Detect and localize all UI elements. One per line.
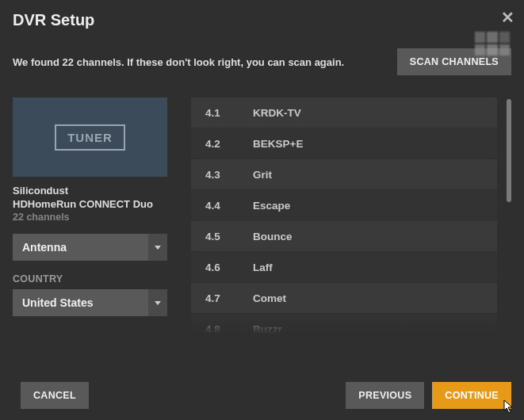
channel-name: Bounce xyxy=(253,231,293,242)
channel-name: BEKSP+E xyxy=(253,138,303,150)
channel-number: 4.3 xyxy=(205,169,253,181)
scrollbar[interactable] xyxy=(505,97,511,334)
country-select-value: United States xyxy=(22,296,93,309)
channel-number: 4.8 xyxy=(205,323,253,334)
close-icon[interactable]: ✕ xyxy=(501,8,514,27)
tuner-box-label: TUNER xyxy=(55,124,125,151)
source-select[interactable]: Antenna xyxy=(13,234,167,261)
brand-logo xyxy=(475,32,510,55)
channel-row[interactable]: 4.2BEKSP+E xyxy=(191,128,497,158)
continue-button[interactable]: CONTINUE xyxy=(432,382,511,409)
source-select-value: Antenna xyxy=(22,241,67,254)
channel-row[interactable]: 4.1KRDK-TV xyxy=(191,97,497,128)
tuner-vendor: Silicondust xyxy=(13,185,167,197)
scrollbar-thumb[interactable] xyxy=(507,99,511,202)
tuner-model: HDHomeRun CONNECT Duo xyxy=(13,198,167,210)
channel-row[interactable]: 4.7Comet xyxy=(191,283,497,313)
page-title: DVR Setup xyxy=(13,11,511,29)
cancel-button[interactable]: CANCEL xyxy=(21,382,89,409)
previous-button[interactable]: PREVIOUS xyxy=(346,382,424,409)
channel-number: 4.4 xyxy=(205,200,253,212)
channel-name: KRDK-TV xyxy=(253,107,301,119)
chevron-down-icon xyxy=(148,234,167,261)
channel-row[interactable]: 4.5Bounce xyxy=(191,221,497,251)
channel-name: Laff xyxy=(253,262,273,273)
channel-number: 4.7 xyxy=(205,292,253,304)
chevron-down-icon xyxy=(148,289,167,316)
channel-list[interactable]: 4.1KRDK-TV4.2BEKSP+E4.3Grit4.4Escape4.5B… xyxy=(191,97,505,334)
channel-number: 4.6 xyxy=(205,262,253,273)
channel-number: 4.1 xyxy=(205,107,253,119)
channel-row[interactable]: 4.8Buzzr xyxy=(191,314,497,334)
country-label: COUNTRY xyxy=(13,273,167,284)
tuner-channel-count: 22 channels xyxy=(13,212,167,223)
channel-name: Grit xyxy=(253,169,272,181)
channel-row[interactable]: 4.4Escape xyxy=(191,190,497,220)
found-channels-message: We found 22 channels. If these don't loo… xyxy=(13,56,388,68)
channel-number: 4.2 xyxy=(205,138,253,150)
channel-name: Escape xyxy=(253,200,290,212)
channel-row[interactable]: 4.3Grit xyxy=(191,159,497,189)
channel-name: Buzzr xyxy=(253,323,282,334)
channel-number: 4.5 xyxy=(205,231,253,242)
country-select[interactable]: United States xyxy=(13,289,167,316)
channel-name: Comet xyxy=(253,292,286,304)
channel-row[interactable]: 4.6Laff xyxy=(191,252,497,282)
tuner-thumbnail: TUNER xyxy=(13,97,167,177)
